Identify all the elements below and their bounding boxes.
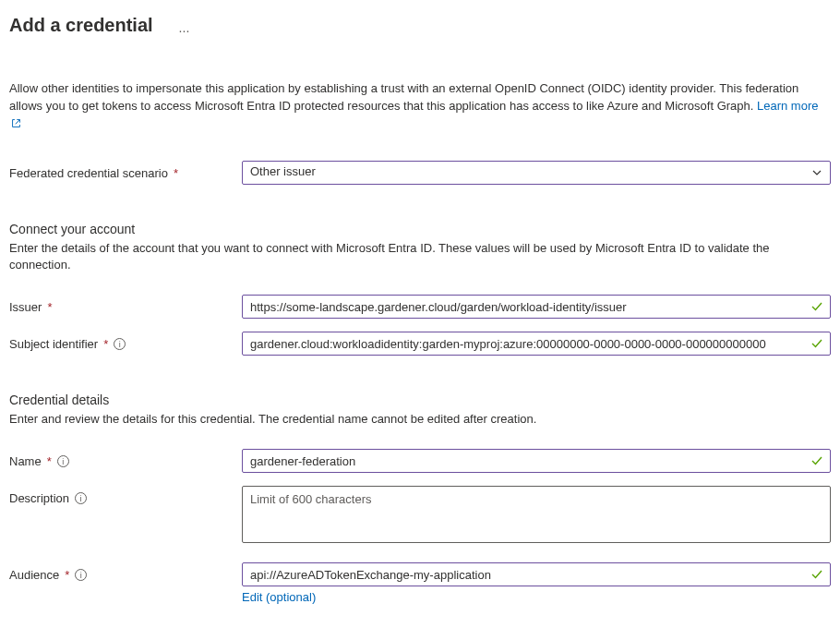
audience-label: Audience	[9, 568, 59, 582]
audience-input[interactable]	[242, 562, 831, 586]
more-actions-button[interactable]: ···	[172, 19, 198, 42]
intro-paragraph: Allow other identities to impersonate th…	[9, 80, 831, 133]
required-marker: *	[47, 454, 52, 468]
external-link-icon	[11, 118, 21, 128]
info-icon[interactable]: i	[75, 492, 87, 504]
description-textarea[interactable]	[242, 486, 831, 543]
info-icon[interactable]: i	[75, 569, 87, 581]
required-marker: *	[47, 300, 52, 314]
details-section-title: Credential details	[9, 392, 831, 407]
connect-section-title: Connect your account	[9, 222, 831, 236]
page-title: Add a credential	[9, 15, 153, 36]
scenario-value: Other issuer	[250, 164, 316, 178]
scenario-select[interactable]: Other issuer	[242, 161, 831, 185]
details-section-subtext: Enter and review the details for this cr…	[9, 411, 831, 429]
info-icon[interactable]: i	[57, 455, 69, 467]
required-marker: *	[174, 166, 178, 180]
name-label: Name	[9, 454, 42, 468]
info-icon[interactable]: i	[114, 338, 126, 350]
intro-text: Allow other identities to impersonate th…	[9, 81, 798, 113]
subject-label: Subject identifier	[9, 337, 98, 351]
name-input[interactable]	[242, 449, 831, 473]
scenario-label: Federated credential scenario	[9, 166, 168, 180]
required-marker: *	[65, 568, 69, 582]
subject-input[interactable]	[242, 332, 831, 356]
issuer-input[interactable]	[242, 295, 831, 319]
learn-more-label: Learn more	[757, 99, 818, 113]
edit-audience-link[interactable]: Edit (optional)	[242, 590, 316, 604]
description-label: Description	[9, 491, 69, 505]
required-marker: *	[103, 337, 108, 351]
connect-section-subtext: Enter the details of the account that yo…	[9, 240, 831, 275]
chevron-down-icon	[811, 167, 822, 178]
issuer-label: Issuer	[9, 300, 42, 314]
